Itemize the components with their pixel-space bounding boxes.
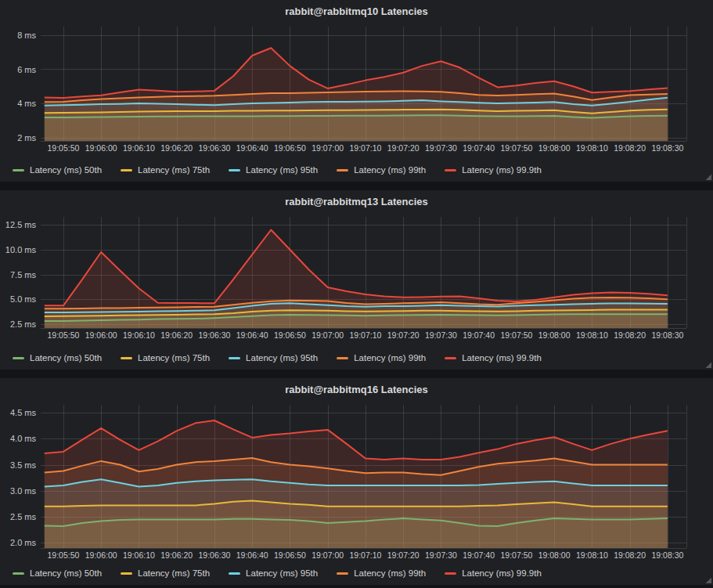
svg-text:19:08:20: 19:08:20 [614, 143, 646, 153]
latency-chart-rabbitmq13[interactable]: 2.5 ms5.0 ms7.5 ms10.0 ms12.5 ms19:05:50… [0, 212, 713, 346]
svg-text:19:07:20: 19:07:20 [387, 143, 420, 153]
svg-text:4 ms: 4 ms [17, 99, 36, 108]
grafana-dashboard: rabbit@rabbitmq10 Latencies 2 ms4 ms6 ms… [0, 0, 713, 585]
legend-item-latency-ms-50th[interactable]: Latency (ms) 50th [13, 165, 102, 175]
svg-text:19:06:20: 19:06:20 [160, 550, 193, 560]
legend-label: Latency (ms) 75th [138, 165, 210, 175]
panel-rabbitmq10-latencies: rabbit@rabbitmq10 Latencies 2 ms4 ms6 ms… [0, 0, 713, 182]
legend-color-dash [337, 572, 348, 575]
legend-item-latency-ms-75th[interactable]: Latency (ms) 75th [121, 568, 210, 578]
legend-color-dash [13, 169, 24, 171]
legend-color-dash [229, 357, 240, 359]
latency-chart-rabbitmq16[interactable]: 2.0 ms2.5 ms3.0 ms3.5 ms4.0 ms4.5 ms19:0… [0, 400, 713, 561]
svg-text:19:06:20: 19:06:20 [160, 143, 193, 153]
chart-legend: Latency (ms) 50thLatency (ms) 75thLatenc… [0, 158, 713, 182]
svg-text:12.5 ms: 12.5 ms [5, 220, 37, 229]
legend-color-dash [445, 169, 456, 171]
svg-text:19:08:10: 19:08:10 [576, 550, 608, 560]
svg-text:19:06:20: 19:06:20 [160, 330, 193, 340]
svg-text:19:07:20: 19:07:20 [387, 330, 420, 340]
legend-item-latency-ms-50th[interactable]: Latency (ms) 50th [13, 353, 102, 363]
svg-text:19:07:00: 19:07:00 [311, 330, 344, 340]
legend-item-latency-ms-99-9th[interactable]: Latency (ms) 99.9th [445, 165, 542, 175]
legend-item-latency-ms-75th[interactable]: Latency (ms) 75th [121, 165, 210, 175]
svg-text:19:07:40: 19:07:40 [463, 550, 495, 560]
legend-label: Latency (ms) 50th [30, 165, 102, 175]
y-axis-labels: 2 ms4 ms6 ms8 ms [17, 31, 36, 142]
svg-text:19:06:30: 19:06:30 [198, 143, 230, 153]
panel-resize-handle[interactable] [705, 174, 711, 180]
legend-item-latency-ms-95th[interactable]: Latency (ms) 95th [229, 568, 318, 578]
svg-text:19:06:40: 19:06:40 [236, 143, 268, 153]
legend-color-dash [445, 572, 456, 575]
svg-text:19:07:10: 19:07:10 [349, 550, 381, 560]
x-axis-labels: 19:05:5019:06:0019:06:1019:06:2019:06:30… [47, 143, 683, 153]
svg-text:4.5 ms: 4.5 ms [10, 408, 37, 417]
legend-color-dash [121, 357, 132, 359]
svg-text:19:07:00: 19:07:00 [311, 143, 344, 153]
svg-text:19:06:10: 19:06:10 [123, 550, 155, 560]
svg-text:19:07:40: 19:07:40 [463, 330, 495, 340]
svg-text:19:06:00: 19:06:00 [85, 143, 117, 153]
svg-text:19:08:00: 19:08:00 [538, 550, 571, 560]
svg-text:8 ms: 8 ms [17, 31, 36, 40]
svg-text:19:08:10: 19:08:10 [576, 330, 608, 340]
svg-text:19:07:30: 19:07:30 [425, 330, 457, 340]
svg-text:19:08:00: 19:08:00 [538, 143, 571, 153]
legend-item-latency-ms-99th[interactable]: Latency (ms) 99th [337, 353, 426, 363]
legend-item-latency-ms-99th[interactable]: Latency (ms) 99th [337, 568, 426, 578]
legend-color-dash [229, 572, 240, 575]
svg-text:19:06:50: 19:06:50 [274, 330, 306, 340]
svg-text:2 ms: 2 ms [17, 133, 36, 142]
svg-text:19:07:30: 19:07:30 [425, 143, 457, 153]
svg-text:19:06:30: 19:06:30 [198, 330, 230, 340]
legend-label: Latency (ms) 75th [138, 568, 210, 578]
panel-title[interactable]: rabbit@rabbitmq16 Latencies [0, 378, 713, 400]
legend-item-latency-ms-50th[interactable]: Latency (ms) 50th [13, 568, 102, 578]
panel-title[interactable]: rabbit@rabbitmq10 Latencies [0, 0, 713, 22]
legend-label: Latency (ms) 99.9th [462, 568, 542, 578]
legend-label: Latency (ms) 99th [354, 568, 426, 578]
svg-text:3.0 ms: 3.0 ms [10, 486, 37, 496]
panel-resize-handle[interactable] [705, 577, 711, 583]
svg-text:7.5 ms: 7.5 ms [10, 270, 37, 280]
legend-label: Latency (ms) 95th [246, 568, 318, 578]
legend-item-latency-ms-99th[interactable]: Latency (ms) 99th [337, 165, 426, 175]
svg-text:19:06:00: 19:06:00 [85, 330, 117, 340]
legend-item-latency-ms-95th[interactable]: Latency (ms) 95th [229, 353, 318, 363]
x-axis-labels: 19:05:5019:06:0019:06:1019:06:2019:06:30… [47, 330, 683, 340]
chart-legend: Latency (ms) 50thLatency (ms) 75thLatenc… [0, 346, 713, 370]
latency-chart-rabbitmq10[interactable]: 2 ms4 ms6 ms8 ms19:05:5019:06:0019:06:10… [0, 22, 713, 158]
legend-item-latency-ms-99-9th[interactable]: Latency (ms) 99.9th [445, 568, 542, 578]
legend-color-dash [121, 572, 132, 575]
svg-text:19:06:50: 19:06:50 [274, 550, 306, 560]
legend-label: Latency (ms) 99.9th [462, 165, 542, 175]
svg-text:19:08:30: 19:08:30 [651, 143, 683, 153]
svg-text:19:06:40: 19:06:40 [236, 550, 268, 560]
svg-text:2.0 ms: 2.0 ms [10, 538, 37, 547]
svg-text:19:06:00: 19:06:00 [85, 550, 117, 560]
svg-text:19:07:20: 19:07:20 [387, 550, 420, 560]
panel-resize-handle[interactable] [705, 362, 711, 368]
legend-color-dash [337, 357, 348, 359]
legend-label: Latency (ms) 99.9th [462, 353, 542, 363]
panel-title[interactable]: rabbit@rabbitmq13 Latencies [0, 190, 713, 212]
y-axis-labels: 2.0 ms2.5 ms3.0 ms3.5 ms4.0 ms4.5 ms [10, 408, 37, 547]
svg-text:19:08:20: 19:08:20 [614, 330, 646, 340]
legend-label: Latency (ms) 50th [30, 568, 102, 578]
series-plots [45, 230, 668, 329]
legend-item-latency-ms-75th[interactable]: Latency (ms) 75th [121, 353, 210, 363]
svg-text:19:08:30: 19:08:30 [651, 550, 683, 560]
x-axis-labels: 19:05:5019:06:0019:06:1019:06:2019:06:30… [47, 550, 683, 560]
svg-text:19:07:30: 19:07:30 [425, 550, 457, 560]
legend-item-latency-ms-95th[interactable]: Latency (ms) 95th [229, 165, 318, 175]
series-fill-latency-ms-99-9th [45, 230, 668, 329]
legend-item-latency-ms-99-9th[interactable]: Latency (ms) 99.9th [445, 353, 542, 363]
legend-color-dash [445, 357, 456, 359]
svg-text:2.5 ms: 2.5 ms [10, 512, 37, 521]
svg-text:19:07:00: 19:07:00 [311, 550, 344, 560]
svg-text:19:08:20: 19:08:20 [614, 550, 646, 560]
svg-text:19:08:10: 19:08:10 [576, 143, 608, 153]
panel-rabbitmq16-latencies: rabbit@rabbitmq16 Latencies 2.0 ms2.5 ms… [0, 378, 713, 585]
legend-label: Latency (ms) 95th [246, 165, 318, 175]
